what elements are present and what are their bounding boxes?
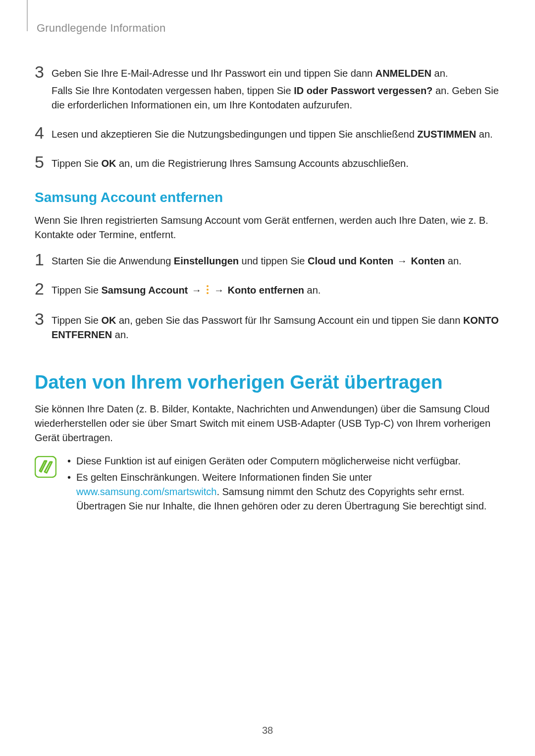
step-list-remove: 1 Starten Sie die Anwendung Einstellunge… [35, 251, 500, 342]
text: Falls Sie Ihre Kontodaten vergessen habe… [52, 85, 294, 96]
bold-text: ANMELDEN [375, 68, 431, 79]
bold-text: Konto entfernen [228, 285, 304, 296]
text: Geben Sie Ihre E-Mail-Adresse und Ihr Pa… [52, 68, 375, 79]
step-text: Tippen Sie Samsung Account → → Konto ent… [52, 280, 500, 299]
main-heading-transfer: Daten von Ihrem vorherigen Gerät übertra… [35, 372, 500, 393]
arrow-icon: → [210, 285, 227, 296]
step-5: 5 Tippen Sie OK an, um die Registrierung… [35, 153, 500, 171]
text: Tippen Sie [52, 158, 101, 169]
bold-text: ZUSTIMMEN [417, 129, 476, 140]
paragraph: Wenn Sie Ihren registrierten Samsung Acc… [35, 213, 500, 242]
note-block: Diese Funktion ist auf einigen Geräten o… [35, 454, 500, 515]
bold-text: Samsung Account [101, 285, 188, 296]
arrow-icon: → [393, 255, 411, 266]
svg-point-0 [207, 285, 209, 287]
step-number: 1 [35, 251, 52, 268]
page-number: 38 [0, 725, 535, 736]
step-4: 4 Lesen und akzeptieren Sie die Nutzungs… [35, 124, 500, 142]
step-text: Geben Sie Ihre E-Mail-Adresse und Ihr Pa… [52, 63, 500, 112]
more-options-icon [205, 284, 210, 299]
text: Lesen und akzeptieren Sie die Nutzungsbe… [52, 129, 417, 140]
bold-text: Konten [411, 255, 445, 266]
bold-text: Einstellungen [174, 255, 239, 266]
text: Tippen Sie [52, 285, 101, 296]
svg-point-2 [207, 292, 209, 294]
bold-text: OK [101, 315, 116, 326]
smartswitch-link[interactable]: www.samsung.com/smartswitch [76, 486, 216, 497]
step-list-register: 3 Geben Sie Ihre E-Mail-Adresse und Ihr … [35, 63, 500, 171]
text: an. [304, 285, 321, 296]
text: an. [431, 68, 448, 79]
bold-text: Cloud und Konten [308, 255, 393, 266]
step-1: 1 Starten Sie die Anwendung Einstellunge… [35, 251, 500, 268]
text: an, geben Sie das Passwort für Ihr Samsu… [116, 315, 463, 326]
text: an, um die Registrierung Ihres Samsung A… [116, 158, 408, 169]
text: Es gelten Einschränkungen. Weitere Infor… [76, 472, 372, 483]
step-text: Tippen Sie OK an, geben Sie das Passwort… [52, 310, 500, 342]
step-number: 3 [35, 63, 52, 80]
text: Diese Funktion ist auf einigen Geräten o… [76, 455, 461, 466]
step-number: 5 [35, 153, 52, 170]
step-number: 4 [35, 124, 52, 141]
note-icon [35, 456, 56, 478]
step-text: Starten Sie die Anwendung Einstellungen … [52, 251, 500, 268]
note-item: Diese Funktion ist auf einigen Geräten o… [65, 454, 500, 468]
arrow-icon: → [188, 285, 205, 296]
text: an. [112, 329, 128, 340]
bold-text: ID oder Passwort vergessen? [294, 85, 432, 96]
step-number: 2 [35, 280, 52, 297]
step-3: 3 Geben Sie Ihre E-Mail-Adresse und Ihr … [35, 63, 500, 112]
text: Starten Sie die Anwendung [52, 255, 174, 266]
step-text: Tippen Sie OK an, um die Registrierung I… [52, 153, 500, 171]
svg-point-1 [207, 289, 209, 291]
step-text: Lesen und akzeptieren Sie die Nutzungsbe… [52, 124, 500, 142]
section-header: Grundlegende Information [37, 22, 500, 35]
step-2: 2 Tippen Sie Samsung Account → → Konto e… [35, 280, 500, 299]
header-vertical-rule [27, 0, 28, 31]
step-number: 3 [35, 310, 52, 327]
text: an. [476, 129, 492, 140]
svg-rect-3 [35, 456, 56, 477]
text: an. [445, 255, 461, 266]
text: und tippen Sie [239, 255, 308, 266]
text: Tippen Sie [52, 315, 101, 326]
bold-text: OK [101, 158, 116, 169]
manual-page: Grundlegende Information 3 Geben Sie Ihr… [0, 0, 535, 756]
note-list: Diese Funktion ist auf einigen Geräten o… [65, 454, 500, 515]
note-item: Es gelten Einschränkungen. Weitere Infor… [65, 470, 500, 513]
step-3b: 3 Tippen Sie OK an, geben Sie das Passwo… [35, 310, 500, 342]
subheading-remove-account: Samsung Account entfernen [35, 190, 500, 205]
paragraph: Sie können Ihre Daten (z. B. Bilder, Kon… [35, 402, 500, 445]
